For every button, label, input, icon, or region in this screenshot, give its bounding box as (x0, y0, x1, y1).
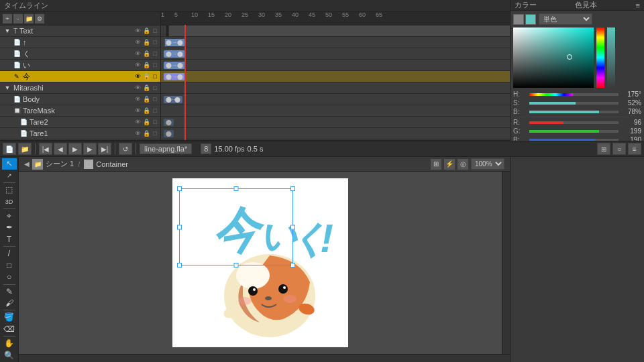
lock-icon[interactable]: 🔒 (142, 27, 150, 35)
eye-icon7[interactable]: 👁 (133, 95, 142, 103)
horizontal-scrollbar[interactable] (19, 354, 510, 362)
handle-tm[interactable] (234, 186, 239, 191)
scene-icon-btn-2[interactable]: ⚡ (444, 159, 455, 170)
lock-icon4[interactable]: 🔒 (142, 61, 150, 69)
goto-start-btn[interactable]: |◀ (39, 143, 52, 155)
scene-icon-btn-3[interactable]: ◎ (458, 159, 468, 170)
eye-icon6[interactable]: 👁 (133, 84, 142, 92)
handle-ml[interactable] (177, 225, 182, 229)
outline-icon8[interactable]: □ (151, 107, 159, 115)
layer-row-body[interactable]: 📄 Body 👁 🔒 □ (0, 94, 160, 105)
step-fwd-btn[interactable]: ▶ (83, 143, 97, 155)
layer-row-mitarashi[interactable]: ▼ Mitarashi 👁 🔒 □ (0, 82, 160, 94)
layer-row-tare2[interactable]: 📄 Tare2 👁 🔒 □ (0, 117, 160, 128)
layer-row-ima[interactable]: ✎ 今 👁 🔒 □ (0, 71, 160, 82)
stroke-icon[interactable] (513, 14, 524, 25)
color-swatch-tab[interactable]: 色見本 (575, 0, 597, 10)
bri-row: B: 78% (513, 108, 641, 115)
handle-bm[interactable] (234, 263, 239, 267)
lock-icon2[interactable]: 🔒 (142, 38, 150, 46)
lock-icon8[interactable]: 🔒 (142, 107, 150, 115)
eye-icon[interactable]: 👁 (133, 27, 142, 35)
subselect-tool[interactable]: ↗ (2, 170, 17, 182)
layer-row-taremask[interactable]: 🔲 TareMask 👁 🔒 □ (0, 105, 160, 117)
lock-icon6[interactable]: 🔒 (142, 84, 150, 92)
alpha-slider[interactable] (607, 27, 615, 88)
layer-row-ku[interactable]: 📄 く 👁 🔒 □ (0, 48, 160, 60)
new-scene-btn[interactable]: 📄 (3, 143, 16, 155)
hue-slider[interactable] (596, 27, 604, 88)
outline-icon7[interactable]: □ (151, 95, 159, 103)
add-folder-icon[interactable]: 📁 (24, 14, 34, 23)
rect-tool[interactable]: □ (2, 260, 17, 272)
text-tool[interactable]: T (2, 234, 17, 245)
lock-icon7[interactable]: 🔒 (142, 95, 150, 103)
eye-icon2[interactable]: 👁 (133, 38, 142, 46)
goto-end-btn[interactable]: ▶| (98, 143, 111, 155)
free-transform-tool[interactable]: ⬚ (2, 184, 17, 196)
play-btn[interactable]: ▶ (68, 143, 82, 155)
zoom-tool[interactable]: 🔍 (2, 349, 17, 361)
add-layer-icon[interactable]: + (3, 14, 12, 23)
outline-icon4[interactable]: □ (151, 61, 159, 69)
fill-icon[interactable] (525, 14, 536, 25)
eye-icon5[interactable]: 👁 (133, 72, 142, 80)
layer-row-i[interactable]: 📄 い 👁 🔒 □ (0, 60, 160, 71)
handle-bl[interactable] (177, 263, 182, 267)
file-tab[interactable]: line-apng.fla* (140, 143, 192, 154)
eye-icon10[interactable]: 👁 (133, 129, 142, 137)
loop-btn[interactable]: ↺ (119, 143, 132, 155)
eye-icon9[interactable]: 👁 (133, 118, 142, 126)
handle-mr[interactable] (290, 225, 295, 229)
lock-icon3[interactable]: 🔒 (142, 50, 150, 58)
pen-tool[interactable]: ✒ (2, 222, 17, 233)
folder-btn[interactable]: 📁 (18, 143, 32, 155)
brush-tool[interactable]: 🖌 (2, 298, 17, 309)
scene-icon-btn-1[interactable]: ⊞ (431, 159, 441, 170)
zoom-select[interactable]: 100% (471, 158, 504, 170)
mask-icon: 🔲 (12, 106, 21, 115)
outline-icon6[interactable]: □ (151, 84, 159, 92)
oval-tool[interactable]: ○ (2, 272, 17, 283)
vertical-scrollbar[interactable] (502, 172, 510, 354)
line-tool[interactable]: / (2, 248, 17, 259)
eye-icon8[interactable]: 👁 (133, 107, 142, 115)
timeline-settings-btn[interactable]: ≡ (628, 143, 641, 155)
panel-menu-icon[interactable]: ≡ (636, 1, 640, 9)
lasso-tool[interactable]: ⌖ (2, 210, 17, 222)
onion-skin-btn[interactable]: ○ (612, 143, 626, 155)
lock-icon9[interactable]: 🔒 (142, 118, 150, 126)
layer-props-icon[interactable]: ⚙ (35, 14, 44, 23)
outline-icon9[interactable]: □ (151, 118, 159, 126)
outline-icon3[interactable]: □ (151, 50, 159, 58)
outline-icon2[interactable]: □ (151, 38, 159, 46)
outline-icon5[interactable]: □ (151, 72, 159, 80)
color-saturation-box[interactable] (513, 27, 594, 88)
canvas-viewport[interactable]: 今 い く ! (19, 172, 502, 354)
layer-row-text1[interactable]: 📄 ↑ 👁 🔒 □ (0, 37, 160, 48)
handle-br[interactable] (290, 263, 295, 267)
eye-icon3[interactable]: 👁 (133, 50, 142, 58)
delete-layer-icon[interactable]: - (13, 14, 23, 23)
toolbar-sep-1 (35, 143, 36, 154)
color-mode-dropdown[interactable]: 単色 (539, 13, 592, 25)
handle-tr[interactable] (290, 186, 295, 191)
snapping-btn[interactable]: ⊞ (597, 143, 610, 155)
eye-icon4[interactable]: 👁 (133, 61, 142, 69)
layer-row-tare1[interactable]: 📄 Tare1 👁 🔒 □ (0, 128, 160, 139)
eraser-tool[interactable]: ⌫ (2, 324, 17, 335)
pencil-tool[interactable]: ✎ (2, 286, 17, 297)
step-back-btn[interactable]: ◀ (54, 143, 67, 155)
paint-bucket-tool[interactable]: 🪣 (2, 312, 17, 323)
handle-tl[interactable] (177, 186, 182, 191)
layer-row-text[interactable]: ▼ T Text 👁 🔒 □ (0, 25, 160, 37)
select-tool[interactable]: ↖ (2, 158, 17, 170)
back-icon[interactable]: ◀ (24, 160, 30, 168)
3d-rotate-tool[interactable]: 3D (2, 196, 17, 207)
lock-icon5[interactable]: 🔒 (142, 72, 150, 80)
outline-icon[interactable]: □ (151, 27, 159, 35)
hand-tool[interactable]: ✋ (2, 338, 17, 349)
outline-icon10[interactable]: □ (151, 129, 159, 137)
lock-icon10[interactable]: 🔒 (142, 129, 150, 137)
container-icon: ⬚ (84, 160, 93, 169)
